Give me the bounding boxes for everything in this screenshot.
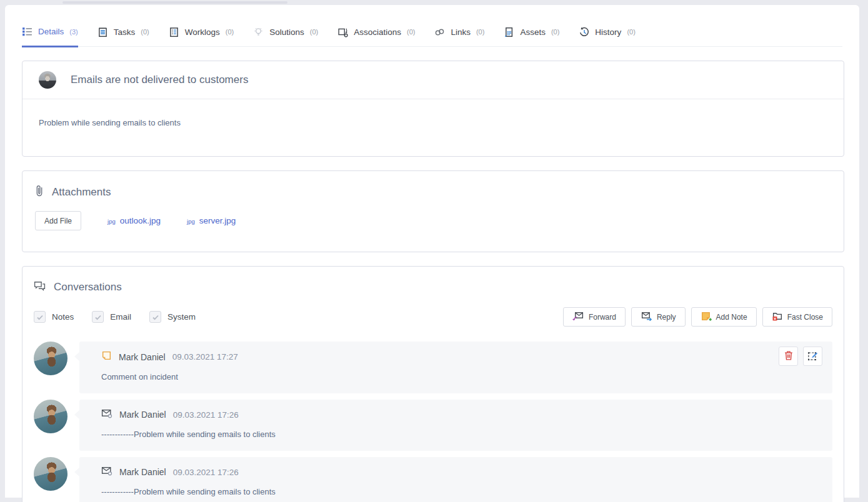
paperclip-icon (35, 185, 44, 200)
entry-author: Mark Daniel (119, 410, 166, 420)
entry-meta: Mark Daniel 09.03.2021 17:26 (101, 466, 820, 478)
requester-avatar (39, 71, 56, 89)
assets-icon (504, 27, 514, 37)
tab-count: (0) (627, 28, 635, 36)
conversation-entry: Mark Daniel 09.03.2021 17:27 Comment on … (34, 342, 832, 393)
email-icon (101, 466, 112, 478)
tab-label: History (595, 27, 621, 37)
tab-count: (0) (476, 28, 484, 36)
links-icon (434, 27, 445, 37)
tab-bar: Details (3) Tasks (0) Worklogs (0) Solut… (22, 26, 842, 47)
forward-label: Forward (589, 313, 616, 322)
conversation-bubble: Mark Daniel 09.03.2021 17:26 -----------… (79, 457, 832, 502)
tab-associations[interactable]: Associations (0) (337, 26, 415, 46)
fast-close-label: Fast Close (787, 313, 823, 322)
file-name-link[interactable]: server.jpg (199, 216, 236, 225)
avatar (34, 457, 67, 491)
entry-body: ------------Problem while sending emails… (101, 430, 820, 439)
tab-count: (0) (310, 28, 318, 36)
entry-body: Comment on incident (101, 372, 820, 381)
conversation-entry: Mark Daniel 09.03.2021 17:26 -----------… (34, 457, 832, 502)
checkbox-checked-icon[interactable] (34, 311, 46, 323)
history-icon (579, 27, 589, 37)
file-name-link[interactable]: outlook.jpg (120, 216, 161, 225)
delete-entry-button[interactable] (779, 347, 798, 366)
forward-button[interactable]: Forward (563, 307, 626, 327)
details-icon (22, 26, 32, 37)
tab-label: Associations (354, 27, 401, 37)
avatar (34, 400, 67, 433)
conversation-bubble: Mark Daniel 09.03.2021 17:26 -----------… (79, 400, 832, 451)
filter-label: System (167, 312, 196, 322)
worklogs-icon (169, 27, 179, 37)
filter-label: Notes (52, 312, 74, 322)
file-ext-badge: jpg (187, 218, 195, 225)
note-icon (101, 350, 112, 363)
attachment-file[interactable]: jpg server.jpg (187, 216, 236, 225)
conversations-icon (34, 280, 46, 293)
entry-timestamp: 09.03.2021 17:26 (173, 468, 239, 477)
tab-count: (0) (551, 28, 559, 36)
summary-header: Emails are not delivered to customers (22, 61, 844, 99)
incident-title: Emails are not delivered to customers (71, 74, 248, 86)
checkbox-checked-icon[interactable] (92, 311, 104, 323)
email-icon (101, 408, 112, 421)
fast-close-button[interactable]: Fast Close (762, 307, 832, 327)
tab-solutions[interactable]: Solutions (0) (253, 26, 318, 46)
reply-icon (641, 311, 652, 323)
tab-label: Assets (520, 27, 546, 37)
attachments-header: Attachments (35, 185, 831, 200)
add-note-icon (701, 311, 712, 323)
top-scrollbar[interactable] (62, 1, 287, 4)
conversations-title: Conversations (54, 281, 122, 293)
tab-worklogs[interactable]: Worklogs (0) (169, 26, 234, 46)
filter-group: Notes Email System (34, 311, 196, 323)
tasks-icon (97, 27, 108, 37)
action-buttons: Forward Reply Add Note (563, 307, 832, 327)
file-ext-badge: jpg (107, 218, 116, 225)
tab-history[interactable]: History (0) (579, 26, 635, 46)
fast-close-icon (772, 311, 783, 323)
entry-author: Mark Daniel (119, 467, 166, 477)
tab-tasks[interactable]: Tasks (0) (97, 26, 149, 46)
entry-author: Mark Daniel (119, 352, 166, 362)
attachment-file[interactable]: jpg outlook.jpg (107, 216, 161, 225)
conversations-header: Conversations (34, 280, 832, 293)
tab-links[interactable]: Links (0) (434, 26, 484, 46)
conversation-controls: Notes Email System (34, 307, 832, 327)
reply-label: Reply (657, 313, 676, 322)
add-file-button[interactable]: Add File (35, 211, 81, 230)
edit-entry-button[interactable] (803, 347, 822, 366)
attachments-title: Attachments (52, 186, 111, 199)
tab-assets[interactable]: Assets (0) (504, 26, 559, 46)
tab-label: Tasks (114, 27, 136, 37)
entry-body: ------------Problem while sending emails… (101, 487, 820, 496)
add-note-button[interactable]: Add Note (691, 307, 757, 327)
tab-label: Details (38, 27, 64, 36)
filter-label: Email (110, 312, 131, 322)
main-panel: Details (3) Tasks (0) Worklogs (0) Solut… (5, 5, 859, 498)
conversation-bubble: Mark Daniel 09.03.2021 17:27 Comment on … (79, 342, 832, 393)
tab-count: (0) (407, 28, 415, 36)
checkbox-checked-icon[interactable] (149, 311, 161, 323)
entry-tools (779, 347, 822, 366)
conversation-entry: Mark Daniel 09.03.2021 17:26 -----------… (34, 400, 832, 451)
add-note-label: Add Note (716, 313, 747, 322)
tab-label: Solutions (269, 27, 304, 37)
forward-icon (572, 311, 584, 323)
tab-count: (0) (141, 28, 149, 36)
filter-notes[interactable]: Notes (34, 311, 74, 323)
reply-button[interactable]: Reply (631, 307, 686, 327)
filter-email[interactable]: Email (92, 311, 131, 323)
entry-timestamp: 09.03.2021 17:26 (173, 410, 239, 420)
filter-system[interactable]: System (149, 311, 196, 323)
attachments-row: Add File jpg outlook.jpg jpg server.jpg (35, 211, 831, 230)
conversation-list: Mark Daniel 09.03.2021 17:27 Comment on … (34, 342, 832, 502)
trash-icon (784, 350, 794, 363)
attachments-card: Attachments Add File jpg outlook.jpg jpg… (22, 170, 844, 252)
edit-icon (807, 350, 818, 363)
tab-details[interactable]: Details (3) (22, 26, 78, 47)
tab-count: (0) (226, 28, 234, 36)
entry-timestamp: 09.03.2021 17:27 (172, 352, 238, 362)
associations-icon (337, 27, 348, 37)
